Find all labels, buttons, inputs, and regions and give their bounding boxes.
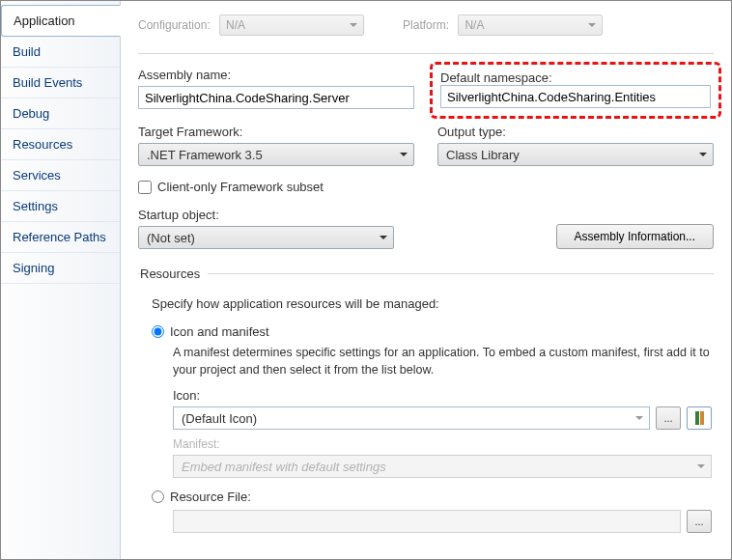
- assembly-name-label: Assembly name:: [138, 68, 414, 82]
- icon-manifest-label: Icon and manifest: [170, 324, 269, 339]
- chevron-down-icon: [699, 153, 707, 156]
- platform-label: Platform:: [403, 18, 449, 32]
- tab-application[interactable]: Application: [1, 5, 121, 37]
- target-framework-dropdown[interactable]: .NET Framework 3.5: [138, 143, 414, 166]
- main-panel: Configuration: N/A Platform: N/A Assembl…: [121, 1, 731, 559]
- client-only-checkbox[interactable]: [138, 181, 152, 194]
- tab-build-events[interactable]: Build Events: [1, 68, 120, 98]
- resource-file-label: Resource File:: [170, 490, 251, 504]
- icon-manifest-radio[interactable]: [152, 325, 164, 338]
- tab-resources[interactable]: Resources: [1, 129, 120, 160]
- assembly-information-button[interactable]: Assembly Information...: [556, 224, 714, 249]
- configuration-dropdown: N/A: [219, 14, 364, 36]
- startup-object-dropdown[interactable]: (Not set): [138, 226, 394, 249]
- default-namespace-highlight: Default namespace:: [430, 62, 721, 119]
- resources-legend: Resources: [140, 266, 208, 281]
- configuration-label: Configuration:: [138, 18, 211, 32]
- startup-object-label: Startup object:: [138, 208, 394, 222]
- tab-reference-paths[interactable]: Reference Paths: [1, 222, 120, 253]
- chevron-down-icon: [350, 23, 357, 27]
- icon-manifest-help: A manifest determines specific settings …: [173, 345, 712, 378]
- icon-label: Icon:: [173, 388, 712, 403]
- tab-debug[interactable]: Debug: [1, 98, 120, 129]
- manifest-dropdown: Embed manifest with default settings: [173, 455, 712, 478]
- manifest-label: Manifest:: [173, 437, 712, 451]
- icon-preview: [687, 406, 712, 430]
- default-namespace-input[interactable]: [440, 85, 711, 108]
- tab-signing[interactable]: Signing: [1, 253, 120, 284]
- tab-build[interactable]: Build: [1, 37, 120, 68]
- chevron-down-icon: [380, 236, 387, 239]
- chevron-down-icon: [697, 464, 705, 468]
- resources-description: Specify how application resources will b…: [152, 296, 712, 311]
- client-only-label: Client-only Framework subset: [157, 180, 324, 194]
- icon-dropdown[interactable]: (Default Icon): [173, 406, 650, 430]
- browse-icon-button[interactable]: ...: [656, 406, 681, 430]
- tab-services[interactable]: Services: [1, 160, 120, 191]
- chevron-down-icon: [400, 153, 408, 156]
- output-type-label: Output type:: [437, 125, 714, 139]
- resources-group: Resources Specify how application resour…: [138, 266, 714, 537]
- chevron-down-icon: [588, 23, 596, 27]
- output-type-dropdown[interactable]: Class Library: [437, 143, 714, 166]
- resource-file-radio[interactable]: [152, 490, 164, 503]
- target-framework-label: Target Framework:: [138, 125, 414, 139]
- sidebar: Application Build Build Events Debug Res…: [1, 1, 121, 559]
- browse-resource-file-button[interactable]: ...: [687, 510, 712, 533]
- default-namespace-label: Default namespace:: [440, 70, 552, 85]
- resource-file-input: [173, 510, 681, 533]
- assembly-name-input[interactable]: [138, 86, 414, 109]
- tab-settings[interactable]: Settings: [1, 191, 120, 222]
- platform-dropdown: N/A: [458, 14, 603, 36]
- chevron-down-icon: [635, 416, 643, 420]
